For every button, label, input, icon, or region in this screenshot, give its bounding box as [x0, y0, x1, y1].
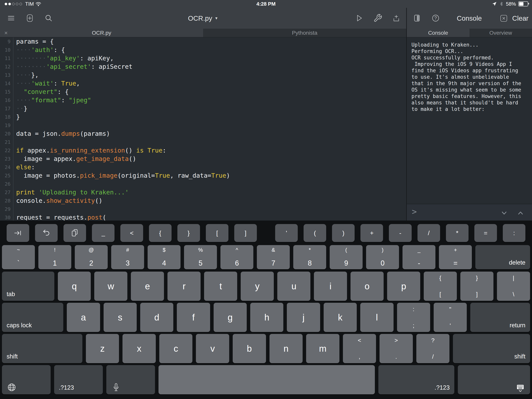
key-d[interactable]: d [140, 303, 173, 332]
key-,[interactable]: <, [343, 334, 376, 363]
key-dictation[interactable] [106, 365, 155, 394]
key-[[interactable]: [ [206, 224, 228, 242]
key-c[interactable]: c [159, 334, 193, 363]
key-x[interactable]: x [122, 334, 156, 363]
key-2[interactable]: @2 [75, 245, 108, 269]
key-4[interactable]: $4 [148, 245, 181, 269]
key-_[interactable]: _ [92, 224, 114, 242]
key-undo[interactable] [35, 224, 58, 242]
key-y[interactable]: y [241, 272, 274, 301]
key-h[interactable]: h [250, 303, 283, 332]
key-p[interactable]: p [387, 272, 420, 301]
key-m[interactable]: m [306, 334, 339, 363]
tab-ocr-py[interactable]: × OCR.py [0, 29, 203, 37]
key-l[interactable]: l [360, 303, 393, 332]
key-a[interactable]: a [67, 303, 100, 332]
history-up-button[interactable] [516, 208, 525, 217]
code-token: params = { [16, 38, 54, 45]
key-\[interactable]: |\ [497, 272, 530, 301]
key-=[interactable]: += [439, 245, 472, 269]
code-editor[interactable]: 9params = {10····'auth': {11········'api… [0, 37, 406, 220]
key-o[interactable]: o [350, 272, 384, 301]
key-paste[interactable] [63, 224, 86, 242]
panel-divider[interactable] [406, 8, 407, 220]
key-}[interactable]: } [177, 224, 200, 242]
tab-console[interactable]: Console [407, 29, 469, 37]
key-shift-right[interactable]: shift [453, 334, 530, 363]
key-/[interactable]: ?/ [416, 334, 450, 363]
key-shift[interactable]: shift [2, 334, 82, 363]
key-v[interactable]: v [196, 334, 229, 363]
key-7[interactable]: &7 [257, 245, 290, 269]
key-caps lock[interactable]: caps lock [2, 303, 63, 332]
key-)[interactable]: ) [332, 224, 355, 242]
key-9[interactable]: (9 [330, 245, 363, 269]
key-i[interactable]: i [314, 272, 347, 301]
key-t[interactable]: t [204, 272, 237, 301]
key--[interactable]: _- [403, 245, 435, 269]
key-f[interactable]: f [177, 303, 210, 332]
tab-overview[interactable]: Overview [469, 29, 532, 37]
key-numbers-right[interactable]: .?123 [378, 365, 454, 394]
key-numbers-left[interactable]: .?123 [54, 365, 103, 394]
key-z[interactable]: z [86, 334, 119, 363]
history-down-button[interactable] [500, 208, 509, 217]
key-][interactable]: }] [460, 272, 494, 301]
run-button[interactable] [355, 13, 364, 23]
key-=[interactable]: = [474, 224, 497, 242]
key-.[interactable]: >. [380, 334, 413, 363]
key-:[interactable]: : [503, 224, 525, 242]
key-6[interactable]: ^6 [221, 245, 253, 269]
key-w[interactable]: w [94, 272, 127, 301]
key-e[interactable]: e [131, 272, 164, 301]
key-1[interactable]: !1 [38, 245, 71, 269]
key-0[interactable]: )0 [366, 245, 399, 269]
key-k[interactable]: k [324, 303, 357, 332]
key-<[interactable]: < [120, 224, 143, 242]
code-line: 9params = { [0, 37, 406, 46]
key-delete[interactable]: delete [475, 245, 530, 269]
key-][interactable]: ] [234, 224, 257, 242]
tools-button[interactable] [373, 13, 383, 23]
key--[interactable]: - [389, 224, 412, 242]
key-j[interactable]: j [287, 303, 320, 332]
code-token: "jpeg" [69, 97, 91, 104]
split-view-button[interactable] [412, 13, 422, 23]
key-*[interactable]: * [446, 224, 469, 242]
close-tab-icon[interactable]: × [4, 29, 8, 37]
key-r[interactable]: r [167, 272, 201, 301]
share-button[interactable] [391, 13, 401, 23]
key-return[interactable]: return [470, 303, 530, 332]
key-s[interactable]: s [104, 303, 137, 332]
key-{[interactable]: { [149, 224, 171, 242]
key-u[interactable]: u [277, 272, 310, 301]
tab-pythonista[interactable]: Pythonista [203, 29, 406, 37]
key-tab[interactable]: tab [2, 272, 54, 301]
code-token: : { [54, 46, 65, 54]
key-3[interactable]: #3 [111, 245, 144, 269]
console-input-bar[interactable]: > [407, 204, 532, 220]
key-shift-label: $ [148, 247, 181, 253]
code-token: : [31, 163, 35, 171]
code-text [13, 121, 16, 129]
key-g[interactable]: g [214, 303, 247, 332]
key-`[interactable]: ~` [2, 245, 35, 269]
key-q[interactable]: q [58, 272, 91, 301]
document-title[interactable]: OCR.py ▼ [0, 8, 406, 29]
key-'[interactable]: ' [275, 224, 298, 242]
key-globe[interactable] [2, 365, 51, 394]
key-([interactable]: ( [304, 224, 326, 242]
key-'[interactable]: "' [434, 303, 467, 332]
key-tab-indent[interactable] [7, 224, 29, 242]
key-b[interactable]: b [233, 334, 266, 363]
key-5[interactable]: %5 [184, 245, 217, 269]
key-/[interactable]: / [418, 224, 440, 242]
key-8[interactable]: *8 [293, 245, 326, 269]
clear-console-button[interactable]: Clear [499, 8, 528, 29]
key-n[interactable]: n [270, 334, 303, 363]
key-space[interactable] [158, 365, 375, 394]
key-dismiss-keyboard[interactable] [458, 365, 530, 394]
key-[[interactable]: {[ [424, 272, 457, 301]
key-+[interactable]: + [361, 224, 383, 242]
key-;[interactable]: :; [397, 303, 430, 332]
